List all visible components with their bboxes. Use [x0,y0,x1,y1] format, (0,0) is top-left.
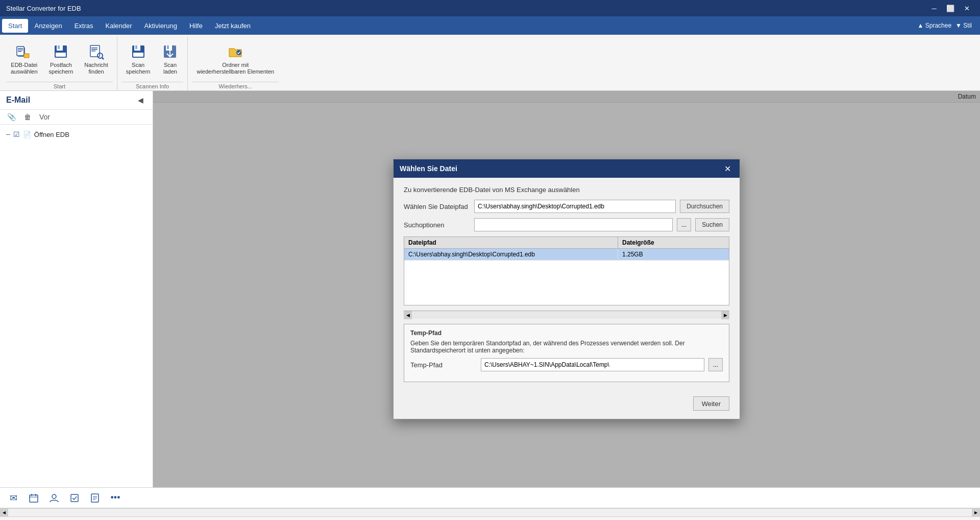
edb-open-icon [16,43,32,60]
ribbon-group-recover: Ordner mitwiederherstellbaren Elementen … [188,37,283,90]
find-mailbox-icon [88,43,105,60]
col-filepath: Dateipfad [404,237,618,248]
temp-dots-btn[interactable]: ... [708,358,723,371]
modal-body: Zu konvertierende EDB-Datei von MS Excha… [394,178,740,396]
close-btn[interactable]: ✕ [960,3,974,14]
app-title: Stellar Converter for EDB [6,5,81,12]
attachment-toolbar-btn[interactable]: 📎 [4,112,19,122]
menu-kalender[interactable]: Kalender [100,19,138,33]
file-table-header: Dateipfad Dateigröße [404,237,729,249]
menu-extras[interactable]: Extras [68,19,100,33]
next-btn[interactable]: Weiter [693,396,729,411]
modal-footer: Weiter [394,396,740,419]
ribbon-start-label: Start [6,82,113,90]
scroll-right-btn[interactable]: ▶ [721,311,729,319]
recoverable-folder-btn[interactable]: Ordner mitwiederherstellbaren Elementen [192,41,279,78]
svg-rect-7 [58,45,60,49]
scan-save-label: Scanspeichern [126,62,151,75]
ribbon-scan-buttons: Scanspeichern Scanladen [121,39,184,82]
search-btn[interactable]: Suchen [695,218,729,231]
temp-path-label: Temp-Pfad [410,361,477,369]
ribbon-start-buttons: EDB-Dateiauswählen Postfachspeichern [6,39,113,82]
search-options-label: Suchoptionen [404,221,470,229]
ribbon-recover-buttons: Ordner mitwiederherstellbaren Elementen [192,39,279,82]
find-mailbox-label: Nachrichtfinden [84,62,108,75]
bottom-scroll-left-btn[interactable]: ◀ [0,509,8,517]
file-icon: 📄 [23,131,31,138]
svg-rect-2 [18,48,23,49]
svg-rect-8 [56,53,66,57]
more-nav-btn[interactable]: ••• [106,490,125,506]
title-bar: Stellar Converter for EDB ─ ⬜ ✕ [0,0,980,16]
scan-load-icon [162,43,178,60]
search-options-row: Suchoptionen ... Suchen [404,218,729,231]
sidebar-toolbar: 📎 🗑 Vor [0,110,153,125]
recoverable-folder-label: Ordner mitwiederherstellbaren Elementen [197,62,274,75]
preview-toolbar-btn[interactable]: Vor [36,112,53,122]
scroll-left-btn[interactable]: ◀ [404,311,412,319]
modal-title-bar: Wählen Sie Datei ✕ [394,159,740,178]
file-path-row: Wählen Sie Dateipfad Durchsuchen [404,200,729,213]
menu-kaufen[interactable]: Jetzt kaufen [209,19,257,33]
menu-bar: Start Anzeigen Extras Kalender Aktivieru… [0,16,980,35]
status-bar: Elemente: 0 [0,516,980,520]
scan-save-btn[interactable]: Scanspeichern [121,41,155,78]
temp-path-input[interactable] [481,358,704,371]
menu-anzeigen[interactable]: Anzeigen [28,19,68,33]
tree-item-edb[interactable]: ─ ☑ 📄 Öffnen EDB [4,129,149,140]
minimize-btn[interactable]: ─ [927,3,941,14]
notes-nav-btn[interactable] [86,490,104,506]
sidebar-tree: ─ ☑ 📄 Öffnen EDB [0,125,153,487]
ribbon-group-scan: Scanspeichern Scanladen Scannen Info [117,37,188,90]
sidebar: E-Mail ◀ 📎 🗑 Vor ─ ☑ 📄 Öffnen EDB [0,91,153,487]
modal-close-btn[interactable]: ✕ [721,163,733,174]
svg-rect-18 [133,53,143,57]
save-mailbox-btn[interactable]: Postfachspeichern [44,41,78,78]
menu-aktivierung[interactable]: Aktivierung [138,19,183,33]
checkbox-icon[interactable]: ☑ [13,130,20,138]
menu-start[interactable]: Start [2,19,28,33]
table-cell-path: C:\Users\abhay.singh\Desktop\Corrupted1.… [404,249,618,260]
bottom-scroll-right-btn[interactable]: ▶ [972,509,980,517]
delete-toolbar-btn[interactable]: 🗑 [21,112,34,122]
ribbon-recover-label: Wiederhers... [192,82,279,90]
temp-section: Temp-Pfad Geben Sie den temporären Stand… [404,324,729,382]
recoverable-folder-icon [227,43,243,60]
file-path-input[interactable] [474,200,676,213]
style-btn[interactable]: ▼ Stil [955,22,972,29]
tasks-nav-btn[interactable] [65,490,84,506]
maximize-btn[interactable]: ⬜ [943,3,958,14]
table-row[interactable]: C:\Users\abhay.singh\Desktop\Corrupted1.… [404,249,729,261]
save-mailbox-label: Postfachspeichern [49,62,74,75]
ribbon: EDB-Dateiauswählen Postfachspeichern [0,35,980,91]
svg-point-28 [52,494,56,499]
scan-load-btn[interactable]: Scanladen [157,41,183,78]
sidebar-header: E-Mail ◀ [0,91,153,110]
svg-rect-17 [135,45,137,49]
modal-dialog: Wählen Sie Datei ✕ Zu konvertierende EDB… [393,159,740,419]
scan-save-icon [130,43,146,60]
language-btn[interactable]: ▲ Sprachee [918,22,952,29]
menu-hilfe[interactable]: Hilfe [183,19,209,33]
file-table-container: Dateipfad Dateigröße C:\Users\abhay.sing… [404,237,729,305]
sidebar-title: E-Mail [6,96,30,105]
contacts-nav-btn[interactable] [45,490,63,506]
modal-section-title: Zu konvertierende EDB-Datei von MS Excha… [404,186,729,194]
find-mailbox-btn[interactable]: Nachrichtfinden [80,41,112,78]
temp-section-title: Temp-Pfad [410,329,723,337]
content-area: Datum Wählen Sie Datei ✕ Zu konvertieren… [153,91,980,487]
search-options-input[interactable] [474,218,673,231]
main-area: E-Mail ◀ 📎 🗑 Vor ─ ☑ 📄 Öffnen EDB Datum [0,91,980,487]
sidebar-collapse-btn[interactable]: ◀ [135,95,146,105]
svg-rect-12 [91,51,95,52]
edb-open-label: EDB-Dateiauswählen [11,62,38,75]
browse-btn[interactable]: Durchsuchen [680,200,729,213]
edb-open-btn[interactable]: EDB-Dateiauswählen [6,41,42,78]
svg-rect-11 [91,49,97,50]
modal-overlay: Wählen Sie Datei ✕ Zu konvertierende EDB… [153,91,980,487]
window-controls: ─ ⬜ ✕ [927,3,974,14]
calendar-nav-btn[interactable] [24,490,43,506]
svg-rect-24 [30,495,38,502]
mail-nav-btn[interactable]: ✉ [4,490,22,506]
search-options-dots-btn[interactable]: ... [677,218,691,231]
